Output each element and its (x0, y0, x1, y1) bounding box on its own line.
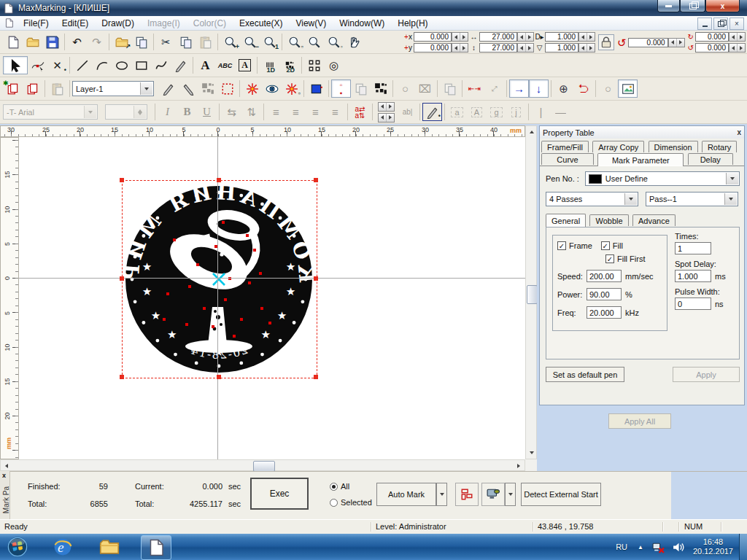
fill-button[interactable] (306, 79, 326, 98)
selection-handle-nw[interactable] (120, 178, 124, 182)
menu-draw[interactable]: Draw(D) (95, 17, 141, 30)
fill-first-checkbox[interactable]: ✓Fill First (605, 254, 646, 263)
tab-frame-fill[interactable]: Frame/Fill (541, 141, 589, 152)
cut-button[interactable]: ✂ (156, 33, 176, 51)
tray-expand-icon[interactable]: ▲ (638, 544, 643, 551)
passes-select[interactable]: 4 Passes (546, 192, 638, 206)
detect-external-start-button[interactable]: Detect External Start (521, 483, 601, 506)
scroll-down-button[interactable] (527, 448, 536, 458)
fill-checkbox[interactable]: ✓Fill (601, 241, 623, 250)
zoom-all-button[interactable]: ◦ (324, 33, 344, 51)
tab-array-copy[interactable]: Array Copy (592, 141, 644, 152)
selection-handle-sw[interactable] (120, 375, 124, 379)
height-field[interactable]: 27.000 (479, 43, 517, 52)
barcode-1d-tool[interactable]: 1D (260, 56, 279, 74)
tab-dimension[interactable]: Dimension (649, 141, 698, 152)
new-button[interactable] (3, 33, 23, 51)
set-default-pen-button[interactable]: Set as default pen (546, 367, 624, 382)
freq-field[interactable]: 20.000 (587, 306, 622, 319)
speed-field[interactable]: 200.00 (587, 270, 622, 282)
angle-field[interactable]: 0.000 (628, 38, 668, 47)
ellipse-tool[interactable] (112, 56, 131, 74)
zoom-actual-button[interactable]: 1 (260, 33, 279, 51)
zoom-window-button[interactable]: ▫ (285, 33, 304, 51)
preview-button[interactable] (262, 79, 282, 98)
text-edit-pencil-button[interactable]: • (422, 103, 442, 121)
layer-select-dropdown[interactable] (140, 82, 152, 95)
delete-layer-button[interactable] (23, 79, 42, 98)
selection-handle-e[interactable] (314, 276, 318, 281)
selection-handle-ne[interactable] (314, 178, 318, 182)
frame-checkbox[interactable]: ✓Frame (557, 241, 592, 250)
device-dropdown[interactable] (505, 483, 516, 506)
zoom-in-button[interactable]: + (220, 33, 240, 51)
delete-tool[interactable]: ✕• (47, 56, 67, 74)
image-mode-button[interactable] (618, 79, 638, 98)
close-button[interactable]: x (705, 0, 740, 12)
power-field[interactable]: 90.00 (587, 288, 622, 300)
start-button[interactable] (3, 535, 32, 559)
scroll-up-button[interactable] (527, 127, 536, 137)
spot-delay-field[interactable]: 1.000 (675, 270, 711, 282)
mark-path-button[interactable]: ⮌ (573, 79, 593, 98)
network-icon[interactable] (652, 541, 665, 553)
tab-wobble[interactable]: Wobble (589, 214, 628, 226)
spiral-tool[interactable]: ◎ (324, 56, 344, 74)
tab-delay[interactable]: Delay (688, 153, 733, 165)
menu-file[interactable]: File(F) (17, 17, 55, 30)
snap-grid-button[interactable]: ▫▪ (331, 79, 351, 98)
pen-select[interactable]: User Define (585, 171, 740, 186)
device-button[interactable] (481, 483, 505, 506)
barcode-2d-tool[interactable]: 2D (279, 56, 299, 74)
horizontal-scroll-thumb[interactable] (253, 461, 275, 472)
scale-y-spinner[interactable] (578, 43, 595, 52)
width-spinner[interactable] (517, 32, 534, 42)
scroll-right-button[interactable] (514, 461, 524, 470)
taskbar-explorer-button[interactable] (95, 535, 124, 559)
scale-x-spinner[interactable] (578, 32, 595, 42)
array-tool[interactable] (304, 56, 324, 74)
scale-y-field[interactable]: 1.000 (545, 43, 578, 52)
pulse-width-field[interactable]: 0 (675, 298, 711, 310)
corner-b-spinner[interactable] (729, 43, 746, 52)
open-button[interactable] (23, 33, 42, 51)
arc-text-tool[interactable]: ABC (215, 56, 235, 74)
tab-curve[interactable]: Curve (541, 153, 594, 165)
selection-handle-n[interactable] (217, 178, 221, 182)
radio-selected[interactable]: Selected (330, 498, 372, 507)
menu-view[interactable]: View(V) (289, 17, 333, 30)
undo-button[interactable]: ↶ (67, 33, 87, 51)
text-tool[interactable]: A (196, 56, 215, 74)
scroll-left-button[interactable] (1, 461, 12, 470)
horizontal-scrollbar[interactable] (0, 459, 525, 471)
taskbar-active-app-button[interactable] (141, 535, 171, 560)
nudge-pad[interactable] (378, 102, 395, 122)
x-position-spinner[interactable] (452, 32, 468, 42)
selection-rectangle[interactable] (122, 180, 317, 378)
corner-a-spinner[interactable] (729, 32, 746, 42)
angle-spinner[interactable] (668, 38, 685, 47)
text-box-tool[interactable]: A (235, 56, 255, 74)
zoom-out-button[interactable]: − (240, 33, 260, 51)
minimize-button[interactable] (657, 0, 680, 12)
auto-mark-dropdown[interactable] (436, 483, 447, 506)
to-origin-button[interactable] (371, 79, 390, 98)
center-origin-button[interactable]: ⊕ (554, 79, 573, 98)
pass-select[interactable]: Pass--1 (646, 192, 738, 206)
duplicate-doc-button[interactable] (131, 33, 151, 51)
tab-mark-parameter[interactable]: Mark Parameter (597, 153, 684, 166)
flow-right-button[interactable]: → (509, 79, 529, 98)
rectangle-tool[interactable] (131, 56, 151, 74)
width-field[interactable]: 27.000 (479, 32, 517, 42)
drawing-canvas[interactable]: КОМПАНИЯ МИР 20-28-14 ★★★★ ★★★★ ★★★ (19, 137, 525, 459)
mdi-restore-button[interactable] (713, 18, 728, 30)
kerning-button[interactable]: a⇄a⇅ (350, 103, 370, 121)
restore-button[interactable] (680, 0, 705, 12)
vertical-scroll-thumb[interactable] (527, 285, 538, 304)
mark-region-button[interactable]: ▫ (282, 79, 301, 98)
scale-x-field[interactable]: 1.000 (545, 32, 578, 42)
pen-tool[interactable] (171, 56, 190, 74)
copy-button[interactable] (176, 33, 196, 51)
tab-rotary[interactable]: Rotary (702, 141, 737, 152)
mark-panel-close-icon[interactable]: x (2, 472, 6, 479)
